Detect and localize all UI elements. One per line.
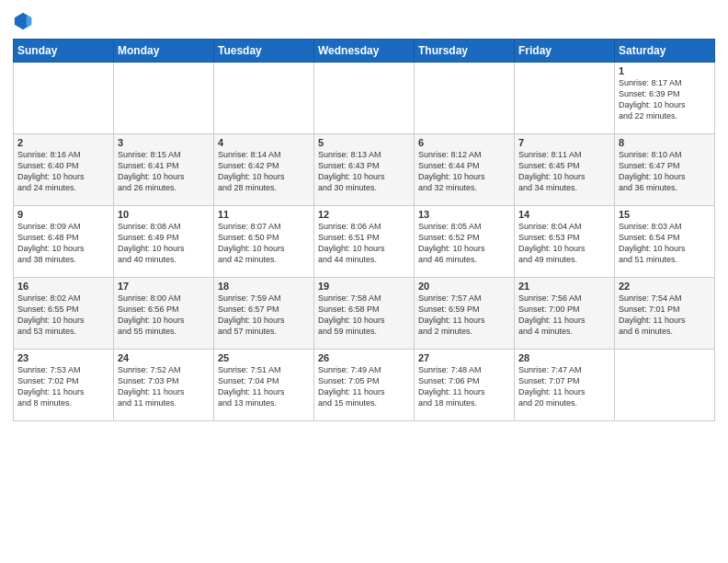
calendar-cell: 24Sunrise: 7:52 AM Sunset: 7:03 PM Dayli… — [114, 350, 214, 421]
calendar-cell: 13Sunrise: 8:05 AM Sunset: 6:52 PM Dayli… — [415, 206, 515, 278]
calendar-cell: 5Sunrise: 8:13 AM Sunset: 6:43 PM Daylig… — [314, 134, 415, 206]
calendar-cell — [515, 63, 615, 134]
day-info: Sunrise: 7:54 AM Sunset: 7:01 PM Dayligh… — [619, 293, 711, 338]
calendar-body: 1Sunrise: 8:17 AM Sunset: 6:39 PM Daylig… — [14, 63, 715, 421]
calendar-week-4: 16Sunrise: 8:02 AM Sunset: 6:55 PM Dayli… — [14, 278, 715, 350]
calendar-header-friday: Friday — [515, 40, 615, 63]
day-number: 11 — [218, 209, 310, 220]
calendar-cell: 11Sunrise: 8:07 AM Sunset: 6:50 PM Dayli… — [214, 206, 314, 278]
day-info: Sunrise: 8:00 AM Sunset: 6:56 PM Dayligh… — [118, 293, 210, 338]
day-info: Sunrise: 7:49 AM Sunset: 7:05 PM Dayligh… — [318, 364, 410, 409]
calendar-week-1: 1Sunrise: 8:17 AM Sunset: 6:39 PM Daylig… — [14, 63, 715, 134]
day-number: 4 — [218, 137, 310, 148]
svg-marker-1 — [27, 15, 31, 29]
calendar-header-tuesday: Tuesday — [214, 40, 314, 63]
day-number: 8 — [619, 137, 711, 148]
calendar-cell — [114, 63, 214, 134]
day-info: Sunrise: 8:12 AM Sunset: 6:44 PM Dayligh… — [418, 149, 510, 194]
calendar-header-row: SundayMondayTuesdayWednesdayThursdayFrid… — [14, 40, 715, 63]
day-number: 14 — [518, 209, 610, 220]
day-number: 13 — [418, 209, 510, 220]
calendar-header-thursday: Thursday — [415, 40, 515, 63]
day-number: 7 — [518, 137, 610, 148]
calendar-cell: 17Sunrise: 8:00 AM Sunset: 6:56 PM Dayli… — [114, 278, 214, 350]
day-number: 10 — [118, 209, 210, 220]
day-number: 15 — [619, 209, 711, 220]
calendar-cell: 28Sunrise: 7:47 AM Sunset: 7:07 PM Dayli… — [515, 350, 615, 421]
header — [13, 11, 715, 31]
day-number: 18 — [218, 281, 310, 292]
day-info: Sunrise: 8:14 AM Sunset: 6:42 PM Dayligh… — [218, 149, 310, 194]
day-number: 16 — [17, 281, 109, 292]
calendar-week-2: 2Sunrise: 8:16 AM Sunset: 6:40 PM Daylig… — [14, 134, 715, 206]
day-info: Sunrise: 8:09 AM Sunset: 6:48 PM Dayligh… — [17, 221, 109, 266]
calendar-cell: 6Sunrise: 8:12 AM Sunset: 6:44 PM Daylig… — [415, 134, 515, 206]
calendar-cell: 18Sunrise: 7:59 AM Sunset: 6:57 PM Dayli… — [214, 278, 314, 350]
day-info: Sunrise: 7:47 AM Sunset: 7:07 PM Dayligh… — [518, 364, 610, 409]
day-info: Sunrise: 7:52 AM Sunset: 7:03 PM Dayligh… — [118, 364, 210, 409]
day-number: 26 — [318, 352, 410, 363]
calendar-cell: 23Sunrise: 7:53 AM Sunset: 7:02 PM Dayli… — [14, 350, 114, 421]
day-info: Sunrise: 7:53 AM Sunset: 7:02 PM Dayligh… — [17, 364, 109, 409]
day-number: 5 — [318, 137, 410, 148]
calendar-cell: 7Sunrise: 8:11 AM Sunset: 6:45 PM Daylig… — [515, 134, 615, 206]
calendar-header-saturday: Saturday — [615, 40, 715, 63]
calendar-cell: 19Sunrise: 7:58 AM Sunset: 6:58 PM Dayli… — [314, 278, 415, 350]
day-info: Sunrise: 8:08 AM Sunset: 6:49 PM Dayligh… — [118, 221, 210, 266]
calendar-cell: 3Sunrise: 8:15 AM Sunset: 6:41 PM Daylig… — [114, 134, 214, 206]
calendar-cell: 9Sunrise: 8:09 AM Sunset: 6:48 PM Daylig… — [14, 206, 114, 278]
calendar-cell: 25Sunrise: 7:51 AM Sunset: 7:04 PM Dayli… — [214, 350, 314, 421]
page: SundayMondayTuesdayWednesdayThursdayFrid… — [0, 0, 728, 563]
day-info: Sunrise: 8:17 AM Sunset: 6:39 PM Dayligh… — [619, 77, 711, 122]
calendar-header-monday: Monday — [114, 40, 214, 63]
day-number: 12 — [318, 209, 410, 220]
day-number: 20 — [418, 281, 510, 292]
calendar-cell — [214, 63, 314, 134]
day-number: 2 — [17, 137, 109, 148]
day-number: 19 — [318, 281, 410, 292]
day-number: 1 — [619, 65, 711, 76]
day-info: Sunrise: 8:05 AM Sunset: 6:52 PM Dayligh… — [418, 221, 510, 266]
day-info: Sunrise: 8:11 AM Sunset: 6:45 PM Dayligh… — [518, 149, 610, 194]
day-info: Sunrise: 8:07 AM Sunset: 6:50 PM Dayligh… — [218, 221, 310, 266]
day-info: Sunrise: 7:48 AM Sunset: 7:06 PM Dayligh… — [418, 364, 510, 409]
calendar-cell: 21Sunrise: 7:56 AM Sunset: 7:00 PM Dayli… — [515, 278, 615, 350]
day-info: Sunrise: 8:10 AM Sunset: 6:47 PM Dayligh… — [619, 149, 711, 194]
calendar-cell: 12Sunrise: 8:06 AM Sunset: 6:51 PM Dayli… — [314, 206, 415, 278]
day-info: Sunrise: 7:57 AM Sunset: 6:59 PM Dayligh… — [418, 293, 510, 338]
calendar-cell — [615, 350, 715, 421]
day-info: Sunrise: 7:56 AM Sunset: 7:00 PM Dayligh… — [518, 293, 610, 338]
calendar-cell: 22Sunrise: 7:54 AM Sunset: 7:01 PM Dayli… — [615, 278, 715, 350]
calendar-cell: 10Sunrise: 8:08 AM Sunset: 6:49 PM Dayli… — [114, 206, 214, 278]
calendar-cell — [415, 63, 515, 134]
logo — [13, 11, 37, 31]
calendar-cell: 2Sunrise: 8:16 AM Sunset: 6:40 PM Daylig… — [14, 134, 114, 206]
day-number: 24 — [118, 352, 210, 363]
day-number: 28 — [518, 352, 610, 363]
day-info: Sunrise: 8:15 AM Sunset: 6:41 PM Dayligh… — [118, 149, 210, 194]
calendar-cell: 14Sunrise: 8:04 AM Sunset: 6:53 PM Dayli… — [515, 206, 615, 278]
calendar-cell: 1Sunrise: 8:17 AM Sunset: 6:39 PM Daylig… — [615, 63, 715, 134]
day-number: 22 — [619, 281, 711, 292]
day-number: 21 — [518, 281, 610, 292]
calendar-header-sunday: Sunday — [14, 40, 114, 63]
day-info: Sunrise: 8:16 AM Sunset: 6:40 PM Dayligh… — [17, 149, 109, 194]
day-number: 27 — [418, 352, 510, 363]
day-info: Sunrise: 7:58 AM Sunset: 6:58 PM Dayligh… — [318, 293, 410, 338]
day-number: 25 — [218, 352, 310, 363]
calendar-cell — [14, 63, 114, 134]
day-number: 9 — [17, 209, 109, 220]
calendar-header-wednesday: Wednesday — [314, 40, 415, 63]
calendar-week-5: 23Sunrise: 7:53 AM Sunset: 7:02 PM Dayli… — [14, 350, 715, 421]
calendar-cell: 8Sunrise: 8:10 AM Sunset: 6:47 PM Daylig… — [615, 134, 715, 206]
day-info: Sunrise: 7:51 AM Sunset: 7:04 PM Dayligh… — [218, 364, 310, 409]
day-info: Sunrise: 8:13 AM Sunset: 6:43 PM Dayligh… — [318, 149, 410, 194]
calendar: SundayMondayTuesdayWednesdayThursdayFrid… — [13, 39, 715, 421]
day-info: Sunrise: 8:03 AM Sunset: 6:54 PM Dayligh… — [619, 221, 711, 266]
calendar-cell: 26Sunrise: 7:49 AM Sunset: 7:05 PM Dayli… — [314, 350, 415, 421]
day-info: Sunrise: 8:04 AM Sunset: 6:53 PM Dayligh… — [518, 221, 610, 266]
calendar-cell: 16Sunrise: 8:02 AM Sunset: 6:55 PM Dayli… — [14, 278, 114, 350]
calendar-cell — [314, 63, 415, 134]
day-number: 17 — [118, 281, 210, 292]
calendar-cell: 4Sunrise: 8:14 AM Sunset: 6:42 PM Daylig… — [214, 134, 314, 206]
